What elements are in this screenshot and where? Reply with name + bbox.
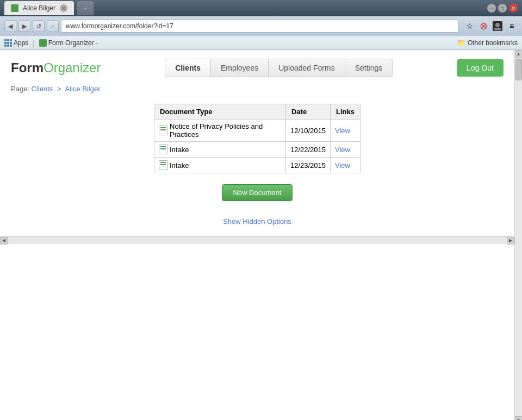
- date-cell: 12/22/2015: [285, 142, 330, 158]
- breadcrumb-current: Alice Bilger: [65, 85, 100, 93]
- breadcrumb: Page: Clients > Alice Bilger: [0, 82, 514, 98]
- bookmark-label: Form Organizer -: [48, 39, 98, 47]
- doc-type-text: Intake: [170, 146, 189, 154]
- scroll-left-button[interactable]: ◀: [0, 237, 8, 245]
- apps-label: Apps: [14, 39, 28, 47]
- nav-icons: ☆ ⊗ ≡: [463, 20, 518, 32]
- document-icon: [159, 126, 167, 135]
- page-content: FormOrganizer Clients Employees Uploaded…: [0, 50, 514, 420]
- nav-tabs: Clients Employees Uploaded Forms Setting…: [165, 59, 393, 77]
- logout-button[interactable]: Log Out: [457, 59, 504, 77]
- home-button[interactable]: ⌂: [47, 20, 59, 32]
- doc-type-text: Intake: [170, 161, 189, 170]
- doc-type-cell: Notice of Privacy Policies and Practices: [154, 120, 286, 142]
- view-link-0[interactable]: View: [335, 127, 350, 135]
- stop-icon[interactable]: ⊗: [477, 20, 489, 32]
- title-bar: Alice Bilger ✕ + ― □ ✕: [0, 0, 522, 16]
- scroll-right-button[interactable]: ▶: [507, 237, 514, 245]
- refresh-button[interactable]: ↺: [33, 20, 45, 32]
- other-bookmarks-label: Other bookmarks: [468, 39, 518, 47]
- link-cell: View: [331, 120, 361, 142]
- table-row: Intake 12/23/2015 View: [154, 158, 361, 173]
- link-cell: View: [331, 158, 361, 173]
- svg-rect-2: [494, 28, 501, 30]
- main-content: Document Type Date Links Notice of Priva…: [0, 98, 514, 236]
- tab-favicon: [11, 4, 18, 12]
- tab-uploaded-forms[interactable]: Uploaded Forms: [268, 59, 345, 77]
- scroll-down-button[interactable]: ▼: [515, 416, 523, 420]
- active-tab[interactable]: Alice Bilger ✕: [4, 1, 74, 15]
- svg-point-1: [495, 23, 500, 27]
- table-row: Notice of Privacy Policies and Practices…: [154, 120, 361, 142]
- breadcrumb-page-label: Page:: [11, 85, 29, 93]
- show-hidden-options-link[interactable]: Show Hidden Options: [223, 217, 291, 225]
- tab-title: Alice Bilger: [23, 4, 55, 12]
- scroll-track-h[interactable]: [8, 237, 507, 244]
- maximize-button[interactable]: □: [498, 4, 507, 12]
- date-cell: 12/10/2015: [285, 120, 330, 142]
- back-button[interactable]: ◀: [4, 20, 16, 32]
- logo-organizer: Organizer: [44, 60, 101, 75]
- tab-settings[interactable]: Settings: [345, 59, 393, 77]
- scroll-track-v[interactable]: [515, 58, 522, 416]
- inactive-tab[interactable]: +: [77, 1, 94, 15]
- date-cell: 12/23/2015: [285, 158, 330, 173]
- document-table: Document Type Date Links Notice of Priva…: [154, 104, 361, 173]
- breadcrumb-separator: >: [57, 85, 61, 93]
- bookmark-star-icon[interactable]: ☆: [463, 20, 475, 32]
- forward-button[interactable]: ▶: [18, 20, 30, 32]
- col-header-links: Links: [331, 104, 361, 120]
- bookmarks-bar: Apps | Form Organizer - 📁 Other bookmark…: [0, 36, 522, 50]
- form-organizer-bookmark[interactable]: Form Organizer -: [39, 39, 98, 47]
- col-header-doc-type: Document Type: [154, 104, 286, 120]
- minimize-button[interactable]: ―: [487, 4, 496, 12]
- new-document-button[interactable]: New Document: [222, 184, 293, 201]
- apps-bookmark[interactable]: Apps: [4, 39, 28, 47]
- inactive-tab-label: +: [84, 5, 87, 11]
- col-header-date: Date: [285, 104, 330, 120]
- doc-type-cell: Intake: [154, 142, 286, 158]
- doc-type-text: Notice of Privacy Policies and Practices: [170, 122, 281, 139]
- tab-employees[interactable]: Employees: [210, 59, 268, 77]
- window-controls: ― □ ✕: [487, 4, 518, 12]
- logo-form: Form: [11, 60, 44, 75]
- url-text: www.formorganizer.com/folder?id=17: [66, 22, 173, 30]
- bookmark-favicon: [39, 39, 47, 47]
- document-icon: [159, 145, 167, 154]
- profile-icon[interactable]: [492, 20, 504, 32]
- app-header: FormOrganizer Clients Employees Uploaded…: [0, 50, 514, 82]
- browser-chrome: Alice Bilger ✕ + ― □ ✕ ◀ ▶ ↺ ⌂ www.formo…: [0, 0, 522, 420]
- tab-clients[interactable]: Clients: [165, 59, 210, 77]
- other-bookmarks[interactable]: 📁 Other bookmarks: [457, 39, 518, 47]
- scroll-thumb-v[interactable]: [515, 59, 522, 80]
- link-cell: View: [331, 142, 361, 158]
- document-icon: [159, 160, 167, 170]
- horizontal-scrollbar[interactable]: ◀ ▶: [0, 236, 514, 244]
- address-bar[interactable]: www.formorganizer.com/folder?id=17: [61, 20, 459, 33]
- app-logo: FormOrganizer: [11, 60, 101, 76]
- apps-grid-icon: [4, 39, 12, 47]
- view-link-1[interactable]: View: [335, 146, 350, 154]
- bookmark-separator: |: [33, 39, 34, 47]
- tab-close-button[interactable]: ✕: [60, 4, 67, 12]
- doc-type-cell: Intake: [154, 158, 286, 173]
- view-link-2[interactable]: View: [335, 161, 350, 170]
- table-row: Intake 12/22/2015 View: [154, 142, 361, 158]
- scroll-up-button[interactable]: ▲: [515, 50, 523, 58]
- nav-bar: ◀ ▶ ↺ ⌂ www.formorganizer.com/folder?id=…: [0, 16, 522, 36]
- folder-icon: 📁: [457, 39, 466, 47]
- breadcrumb-parent-link[interactable]: Clients: [32, 85, 53, 93]
- menu-icon[interactable]: ≡: [506, 20, 518, 32]
- page-scroll-container: FormOrganizer Clients Employees Uploaded…: [0, 50, 522, 420]
- close-button[interactable]: ✕: [509, 4, 518, 12]
- vertical-scrollbar[interactable]: ▲ ▼: [514, 50, 522, 420]
